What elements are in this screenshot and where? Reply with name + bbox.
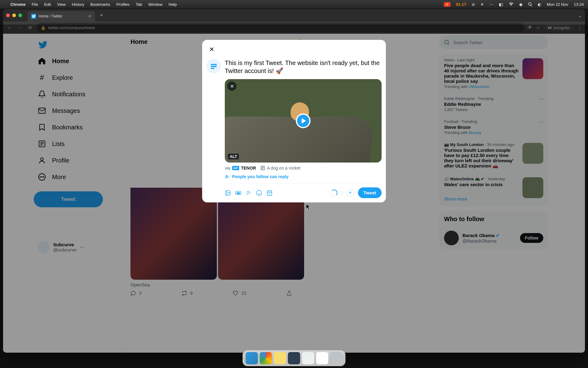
svg-rect-9: [211, 64, 217, 65]
window-fullscreen-button[interactable]: [18, 13, 22, 17]
tab-favicon-icon: [31, 14, 36, 19]
schedule-icon[interactable]: [266, 190, 273, 196]
svg-point-0: [529, 3, 531, 6]
add-thread-button[interactable]: +: [346, 189, 354, 197]
battery-icon[interactable]: ⚡: [444, 2, 450, 7]
add-emoji-icon[interactable]: [256, 190, 262, 196]
svg-point-13: [226, 175, 227, 177]
alt-badge[interactable]: ALT: [228, 154, 239, 159]
play-gif-button[interactable]: [296, 113, 311, 128]
svg-point-18: [257, 190, 262, 195]
menubar-time[interactable]: 13:24: [574, 2, 584, 7]
gif-source: TENOR: [241, 166, 256, 171]
tweet-submit-button[interactable]: Tweet: [358, 187, 382, 198]
menubar-app[interactable]: Chrome: [10, 2, 25, 7]
mouse-cursor-icon: [306, 204, 311, 210]
via-label: via: [225, 166, 230, 171]
menubar-date[interactable]: Mon 22 Nov: [547, 2, 568, 7]
reply-settings-button[interactable]: People you follow can reply: [225, 174, 382, 183]
tweet-text-input[interactable]: This is my first Tweet. The website isn'…: [225, 59, 382, 75]
svg-point-15: [227, 191, 228, 192]
add-image-icon[interactable]: [225, 190, 231, 196]
dock-chrome-icon[interactable]: [260, 352, 272, 364]
spotlight-icon[interactable]: [528, 2, 532, 6]
add-poll-icon[interactable]: [246, 190, 252, 196]
char-count-ring: [331, 190, 337, 196]
add-gif-icon[interactable]: GIF: [235, 190, 241, 196]
media-attachment: ✕ ALT: [225, 79, 382, 163]
dock-app-icon[interactable]: [288, 352, 300, 364]
status-icon-1[interactable]: ⊘: [472, 2, 475, 7]
dock-finder-icon[interactable]: [246, 352, 258, 364]
dock-notes-icon[interactable]: [274, 352, 286, 364]
menubar-history[interactable]: History: [72, 2, 84, 7]
menubar-file[interactable]: File: [32, 2, 38, 7]
svg-rect-11: [211, 68, 215, 69]
menubar-help[interactable]: Help: [169, 2, 177, 7]
modal-overlay[interactable]: ✕ This is my first Tweet. The website is…: [0, 25, 588, 368]
menubar-edit[interactable]: Edit: [44, 2, 51, 7]
media-attribution: via GIF TENOR A dog on a rocket: [225, 163, 382, 174]
tabs-overflow-icon[interactable]: ⌄: [575, 13, 585, 18]
modal-close-button[interactable]: ✕: [206, 44, 217, 55]
menubar-window[interactable]: Window: [148, 2, 162, 7]
svg-rect-19: [267, 191, 272, 195]
status-icon-2[interactable]: ✕: [481, 2, 484, 7]
composer-avatar: [206, 59, 221, 74]
menubar-tab[interactable]: Tab: [136, 2, 142, 7]
window-minimize-button[interactable]: [12, 13, 16, 17]
dock-calendar-icon[interactable]: [316, 352, 328, 364]
battery-icon[interactable]: ▮▯: [499, 2, 503, 7]
window-close-button[interactable]: [6, 13, 10, 17]
window-controls: [6, 13, 22, 17]
svg-text:GIF: GIF: [237, 192, 240, 194]
status-icon-3[interactable]: ⋯: [489, 2, 493, 7]
compose-tweet-modal: ✕ This is my first Tweet. The website is…: [202, 40, 386, 202]
browser-tab[interactable]: Home / Twitter ✕: [28, 11, 95, 21]
dock-trash-icon[interactable]: [330, 352, 342, 364]
menubar-profiles[interactable]: Profiles: [116, 2, 130, 7]
siri-icon[interactable]: ◐: [538, 2, 541, 7]
compose-toolbar: GIF | + Tweet: [225, 183, 382, 198]
menubar-view[interactable]: View: [57, 2, 66, 7]
chrome-tabstrip: Home / Twitter ✕ + ⌄: [3, 9, 585, 21]
control-center-icon[interactable]: ◉: [519, 2, 522, 7]
alt-text-label: A dog on a rocket: [267, 166, 300, 171]
reply-setting-label: People you follow can reply: [232, 174, 288, 179]
remove-media-button[interactable]: ✕: [227, 82, 236, 91]
battery-time: 01:17: [456, 2, 466, 7]
tab-close-icon[interactable]: ✕: [88, 14, 91, 18]
macos-dock: [243, 350, 345, 366]
dock-app-icon[interactable]: [302, 352, 314, 364]
gif-badge-icon: GIF: [232, 166, 239, 170]
svg-rect-10: [211, 66, 217, 67]
alt-text-button[interactable]: A dog on a rocket: [260, 166, 300, 171]
macos-menubar: Chrome File Edit View History Bookmarks …: [0, 0, 588, 9]
new-tab-button[interactable]: +: [97, 12, 106, 19]
wifi-icon[interactable]: [509, 2, 514, 6]
tab-title: Home / Twitter: [39, 14, 62, 18]
menubar-bookmarks[interactable]: Bookmarks: [90, 2, 110, 7]
